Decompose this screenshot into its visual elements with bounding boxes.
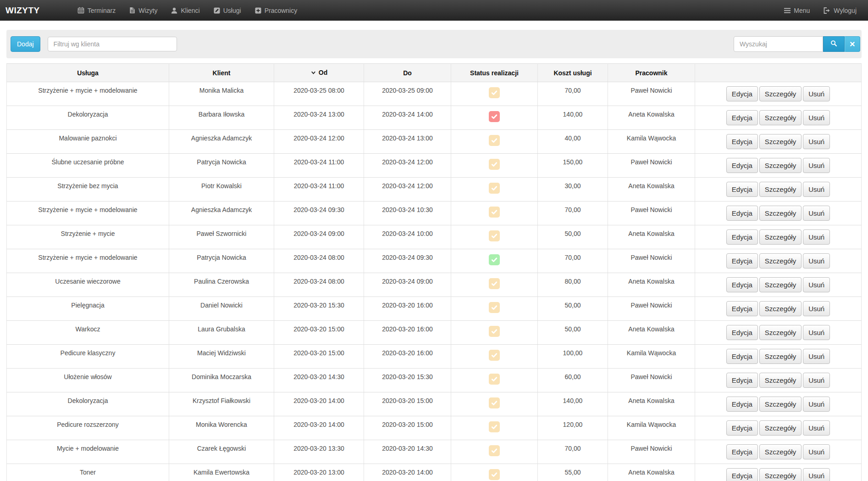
delete-button[interactable]: Usuń [803, 206, 830, 221]
nav-item-menu[interactable]: Menu [777, 0, 817, 21]
column-header-koszt[interactable]: Koszt usługi [538, 64, 608, 82]
details-button[interactable]: Szczegóły [759, 301, 802, 316]
delete-button[interactable]: Usuń [803, 158, 830, 173]
edit-button[interactable]: Edycja [726, 301, 758, 316]
delete-button[interactable]: Usuń [803, 349, 830, 364]
nav-item-klienci[interactable]: Klienci [164, 0, 206, 21]
delete-button[interactable]: Usuń [803, 468, 830, 481]
column-header-pracownik[interactable]: Pracownik [608, 64, 695, 82]
edit-button[interactable]: Edycja [726, 86, 758, 101]
actions-cell: Edycja Szczegóły Usuń [695, 82, 862, 106]
details-button[interactable]: Szczegóły [759, 420, 802, 436]
status-checkbox[interactable] [489, 254, 500, 265]
employee-cell: Aneta Kowalska [608, 464, 695, 481]
status-checkbox[interactable] [489, 326, 500, 337]
column-header-do[interactable]: Do [364, 64, 451, 82]
add-button[interactable]: Dodaj [11, 36, 40, 52]
status-checkbox[interactable] [489, 397, 500, 408]
nav-item-uslugi[interactable]: Usługi [207, 0, 248, 21]
column-header-usluga[interactable]: Usługa [7, 64, 169, 82]
status-checkbox[interactable] [489, 230, 500, 241]
client-cell: Laura Grubalska [169, 321, 274, 345]
edit-button[interactable]: Edycja [726, 229, 758, 245]
status-checkbox[interactable] [489, 111, 500, 122]
clear-search-button[interactable] [845, 36, 860, 52]
client-cell: Agnieszka Adamczyk [169, 130, 274, 154]
search-input[interactable] [734, 36, 823, 52]
delete-button[interactable]: Usuń [803, 420, 830, 436]
edit-button[interactable]: Edycja [726, 253, 758, 268]
status-checkbox[interactable] [489, 87, 500, 98]
edit-button[interactable]: Edycja [726, 277, 758, 292]
status-checkbox[interactable] [489, 159, 500, 170]
table-row: Dekoloryzacja Krzysztof Fiałkowski 2020-… [7, 392, 862, 416]
edit-button[interactable]: Edycja [726, 397, 758, 412]
edit-button[interactable]: Edycja [726, 349, 758, 364]
delete-button[interactable]: Usuń [803, 444, 830, 459]
status-checkbox[interactable] [489, 302, 500, 313]
details-button[interactable]: Szczegóły [759, 110, 802, 125]
details-button[interactable]: Szczegóły [759, 277, 802, 292]
delete-button[interactable]: Usuń [803, 325, 830, 340]
details-button[interactable]: Szczegóły [759, 349, 802, 364]
delete-button[interactable]: Usuń [803, 134, 830, 149]
edit-button[interactable]: Edycja [726, 134, 758, 149]
details-button[interactable]: Szczegóły [759, 134, 802, 149]
delete-button[interactable]: Usuń [803, 182, 830, 197]
delete-button[interactable]: Usuń [803, 301, 830, 316]
details-button[interactable]: Szczegóły [759, 253, 802, 268]
edit-button[interactable]: Edycja [726, 325, 758, 340]
delete-button[interactable]: Usuń [803, 373, 830, 388]
details-button[interactable]: Szczegóły [759, 444, 802, 459]
status-checkbox[interactable] [489, 374, 500, 385]
start-cell: 2020-03-20 14:00 [274, 416, 364, 440]
nav-item-terminarz[interactable]: Terminarz [71, 0, 122, 21]
details-button[interactable]: Szczegóły [759, 325, 802, 340]
status-checkbox[interactable] [489, 445, 500, 456]
edit-button[interactable]: Edycja [726, 420, 758, 436]
details-button[interactable]: Szczegóły [759, 373, 802, 388]
details-button[interactable]: Szczegóły [759, 182, 802, 197]
details-button[interactable]: Szczegóły [759, 229, 802, 245]
status-checkbox[interactable] [489, 469, 500, 480]
edit-button[interactable]: Edycja [726, 206, 758, 221]
check-icon [491, 352, 498, 359]
nav-item-label: Wyloguj [834, 7, 857, 14]
delete-button[interactable]: Usuń [803, 110, 830, 125]
table-row: Mycie + modelowanie Czarek Łęgowski 2020… [7, 440, 862, 464]
delete-button[interactable]: Usuń [803, 397, 830, 412]
nav-item-pracownicy[interactable]: Pracownicy [248, 0, 304, 21]
status-checkbox[interactable] [489, 207, 500, 218]
status-checkbox[interactable] [489, 135, 500, 146]
cost-cell: 70,00 [538, 201, 608, 225]
status-checkbox[interactable] [489, 350, 500, 361]
edit-button[interactable]: Edycja [726, 444, 758, 459]
start-cell: 2020-03-24 12:00 [274, 130, 364, 154]
edit-button[interactable]: Edycja [726, 110, 758, 125]
details-button[interactable]: Szczegóły [759, 397, 802, 412]
delete-button[interactable]: Usuń [803, 277, 830, 292]
details-button[interactable]: Szczegóły [759, 158, 802, 173]
details-button[interactable]: Szczegóły [759, 468, 802, 481]
column-header-od[interactable]: Od [274, 64, 364, 82]
search-button[interactable] [823, 36, 845, 52]
nav-item-wizyty[interactable]: Wizyty [122, 0, 164, 21]
edit-button[interactable]: Edycja [726, 158, 758, 173]
column-header-status[interactable]: Status realizacji [451, 64, 538, 82]
status-checkbox[interactable] [489, 421, 500, 432]
client-filter-input[interactable] [48, 37, 177, 51]
status-checkbox[interactable] [489, 183, 500, 194]
brand[interactable]: WIZYTY [0, 0, 45, 21]
nav-item-wyloguj[interactable]: Wyloguj [817, 0, 863, 21]
end-cell: 2020-03-20 15:30 [364, 369, 451, 392]
details-button[interactable]: Szczegóły [759, 86, 802, 101]
delete-button[interactable]: Usuń [803, 229, 830, 245]
delete-button[interactable]: Usuń [803, 86, 830, 101]
status-checkbox[interactable] [489, 278, 500, 289]
edit-button[interactable]: Edycja [726, 373, 758, 388]
column-header-klient[interactable]: Klient [169, 64, 274, 82]
details-button[interactable]: Szczegóły [759, 206, 802, 221]
delete-button[interactable]: Usuń [803, 253, 830, 268]
edit-button[interactable]: Edycja [726, 182, 758, 197]
edit-button[interactable]: Edycja [726, 468, 758, 481]
